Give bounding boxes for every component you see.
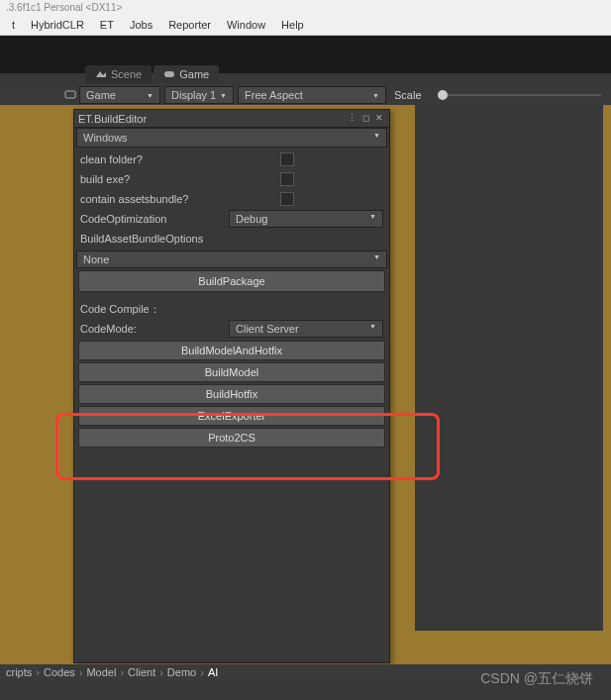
chevron-right-icon: › (198, 666, 206, 678)
dropdown-value: Debug (236, 213, 267, 225)
dropdown-value: Free Aspect (245, 89, 303, 101)
dropdown-value: Client Server (236, 323, 299, 335)
dropdown-value: Windows (83, 132, 128, 144)
menu-item[interactable]: Jobs (122, 19, 160, 31)
close-icon[interactable]: ✕ (373, 113, 385, 125)
menu-item[interactable]: Help (273, 19, 312, 31)
chevron-down-icon: ▼ (373, 132, 380, 144)
code-optimization-row: CodeOptimization Debug▼ (74, 209, 389, 229)
field-label: CodeOptimization (80, 213, 229, 225)
breadcrumb-item[interactable]: Codes (42, 666, 77, 678)
chevron-down-icon: ▼ (369, 323, 376, 335)
build-package-button[interactable]: BuildPackage (78, 270, 385, 292)
dropdown-value: Display 1 (171, 89, 216, 101)
build-model-button[interactable]: BuildModel (78, 362, 385, 382)
build-exe-checkbox[interactable] (280, 172, 294, 186)
build-model-hotfix-button[interactable]: BuildModelAndHotfix (78, 341, 385, 360)
menu-item[interactable]: t (4, 19, 23, 31)
tab-label: Game (179, 68, 209, 80)
chevron-right-icon: › (34, 666, 42, 678)
chevron-down-icon: ▼ (372, 92, 379, 99)
code-mode-dropdown[interactable]: Client Server▼ (229, 320, 383, 338)
code-optimization-dropdown[interactable]: Debug▼ (229, 210, 383, 228)
breadcrumb-item[interactable]: Model (84, 666, 118, 678)
panel-title: ET.BuildEditor (78, 113, 344, 125)
menu-item[interactable]: HybridCLR (23, 19, 92, 31)
svg-rect-1 (65, 91, 75, 98)
build-editor-panel: ET.BuildEditor ⋮ ◻ ✕ Windows▼ clean fold… (73, 109, 390, 663)
dropdown-value: None (83, 253, 109, 265)
viewport-letterbox (415, 105, 603, 631)
menu-item[interactable]: Reporter (160, 19, 219, 31)
build-asset-options-dropdown[interactable]: None▼ (76, 250, 387, 268)
tab-scene[interactable]: Scene (85, 65, 152, 83)
contain-assetsbundle-checkbox[interactable] (280, 192, 294, 206)
chevron-right-icon: › (157, 666, 165, 678)
chevron-down-icon: ▼ (220, 92, 227, 99)
scale-label: Scale (388, 89, 428, 101)
menu-item[interactable]: ET (92, 19, 122, 31)
contain-assetsbundle-row: contain assetsbundle? (74, 189, 389, 209)
clean-folder-row: clean folder? (74, 150, 389, 169)
tab-game[interactable]: Game (153, 65, 219, 83)
field-label: BuildAssetBundleOptions (80, 233, 383, 245)
scene-icon (95, 68, 107, 80)
view-tabs: Scene Game (85, 65, 221, 83)
breadcrumb-item[interactable]: cripts (4, 666, 34, 678)
aspect-dropdown[interactable]: Free Aspect▼ (238, 86, 386, 104)
chevron-right-icon: › (77, 666, 85, 678)
panel-body: Windows▼ clean folder? build exe? contai… (74, 128, 389, 448)
chevron-down-icon: ▼ (147, 92, 153, 99)
build-asset-options-row: BuildAssetBundleOptions (74, 229, 389, 249)
slider-thumb[interactable] (438, 90, 448, 100)
game-toolstrip: Game▼ Display 1▼ Free Aspect▼ Scale (0, 85, 611, 105)
chevron-right-icon: › (118, 666, 126, 678)
field-label: contain assetsbundle? (80, 193, 361, 205)
platform-dropdown[interactable]: Windows▼ (76, 128, 387, 148)
clean-folder-checkbox[interactable] (280, 152, 294, 166)
chevron-down-icon: ▼ (373, 253, 380, 265)
svg-rect-0 (164, 71, 174, 77)
build-exe-row: build exe? (74, 169, 389, 189)
field-label: clean folder? (80, 153, 361, 165)
breadcrumb-item[interactable]: Client (126, 666, 157, 678)
field-label: CodeMode: (80, 323, 229, 335)
mode-dropdown[interactable]: Game▼ (79, 86, 160, 104)
build-hotfix-button[interactable]: BuildHotfix (78, 384, 385, 404)
breadcrumb-item[interactable]: Demo (165, 666, 198, 678)
field-label: build exe? (80, 173, 361, 185)
main-menubar: t HybridCLR ET Jobs Reporter Window Help (0, 14, 611, 36)
kebab-icon[interactable]: ⋮ (346, 113, 357, 125)
maximize-icon[interactable]: ◻ (359, 113, 371, 125)
proto2cs-button[interactable]: Proto2CS (78, 428, 385, 448)
tab-label: Scene (111, 68, 142, 80)
code-mode-row: CodeMode: Client Server▼ (74, 319, 389, 339)
breadcrumb-item[interactable]: AI (206, 666, 220, 678)
dropdown-value: Game (86, 89, 116, 101)
window-titlebar: .3.6f1c1 Personal <DX11> (0, 0, 611, 14)
game-icon (163, 68, 175, 80)
watermark-text: CSDN @五仁烧饼 (480, 670, 593, 688)
chevron-down-icon: ▼ (369, 213, 376, 225)
menu-item[interactable]: Window (219, 19, 273, 31)
scale-slider[interactable] (438, 94, 601, 96)
display-icon (63, 88, 77, 102)
excel-exporter-button[interactable]: ExcelExporter (78, 406, 385, 426)
code-compile-header: Code Compile： (74, 294, 389, 319)
display-dropdown[interactable]: Display 1▼ (164, 86, 234, 104)
panel-header[interactable]: ET.BuildEditor ⋮ ◻ ✕ (74, 110, 389, 128)
